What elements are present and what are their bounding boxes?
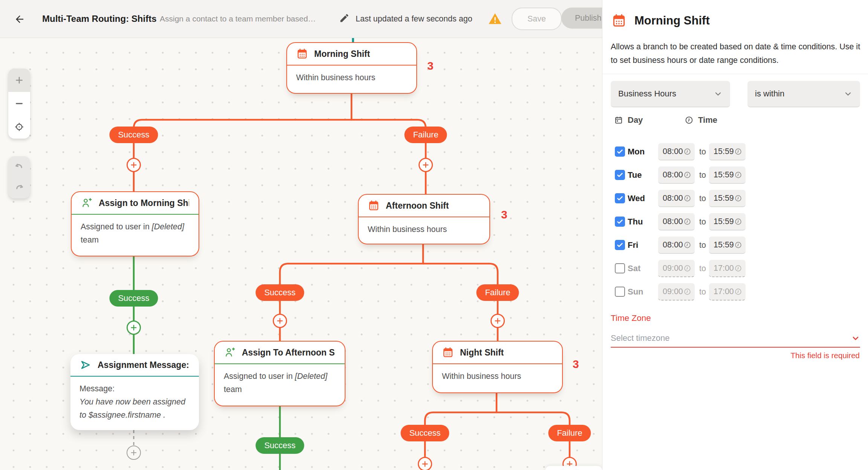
plus-icon xyxy=(422,161,429,169)
add-step-button[interactable] xyxy=(127,320,141,335)
end-time-input[interactable]: 15:59 xyxy=(709,166,746,184)
flow-canvas[interactable]: Morning Shift Within business hours 3 As… xyxy=(0,38,602,470)
node-assign-afternoon-shift[interactable]: Assign To Afternoon Shift Assigned to us… xyxy=(214,341,345,406)
edit-pencil-icon[interactable] xyxy=(339,13,350,24)
field-select-value: Business Hours xyxy=(618,89,676,99)
day-checkbox[interactable] xyxy=(615,240,625,250)
start-time-input[interactable]: 08:00 xyxy=(658,213,695,230)
node-night-shift[interactable]: Night Shift Within business hours xyxy=(432,341,563,393)
start-time-input[interactable]: 08:00 xyxy=(658,237,695,254)
node-assignment-message[interactable]: Assignment Message: ... Message: You hav… xyxy=(70,354,199,430)
end-time-value: 15:59 xyxy=(714,194,734,203)
day-row-thu: Thu 08:00 to 15:59 xyxy=(602,213,868,230)
zoom-in-button[interactable] xyxy=(8,69,30,92)
node-condition-text: Within business hours xyxy=(433,364,562,383)
page-subtitle: Assign a contact to a team member based… xyxy=(160,0,316,38)
save-button[interactable]: Save xyxy=(512,8,562,30)
assign-user-icon xyxy=(81,197,92,209)
calendar-icon xyxy=(612,14,626,28)
branch-badge-success: Success xyxy=(255,437,304,454)
node-condition-text: Within business hours xyxy=(287,66,416,84)
clock-icon xyxy=(685,116,694,125)
start-time-value: 08:00 xyxy=(663,240,683,250)
start-time-input[interactable]: 08:00 xyxy=(658,190,695,207)
day-label: Thu xyxy=(628,213,643,230)
start-time-value: 08:00 xyxy=(663,217,683,226)
back-button[interactable] xyxy=(13,12,26,26)
day-checkbox[interactable] xyxy=(615,217,625,227)
node-title: Night Shift xyxy=(460,348,504,358)
plus-icon xyxy=(14,75,24,85)
node-assignment-text: Assigned to user in [Deleted] team xyxy=(215,364,345,396)
undo-button[interactable] xyxy=(8,156,30,177)
chevron-down-icon xyxy=(851,334,860,343)
redo-button[interactable] xyxy=(8,177,30,198)
warning-icon[interactable] xyxy=(487,11,503,26)
end-time-input[interactable]: 15:59 xyxy=(709,213,746,230)
day-checkbox[interactable] xyxy=(615,263,625,273)
calendar-icon xyxy=(296,48,308,60)
deleted-team-text: [Deleted] xyxy=(295,372,327,381)
day-checkbox[interactable] xyxy=(615,170,625,180)
clock-icon xyxy=(683,241,691,249)
clock-icon xyxy=(734,171,742,179)
start-time-value: 08:00 xyxy=(663,170,683,180)
end-time-input[interactable]: 17:00 xyxy=(709,260,746,277)
to-label: to xyxy=(697,260,708,277)
node-condition-text: Within business hours xyxy=(359,217,489,236)
deleted-team-text: [Deleted] xyxy=(152,222,184,231)
node-morning-shift[interactable]: Morning Shift Within business hours xyxy=(286,42,417,94)
time-column-label: Time xyxy=(698,115,717,125)
plus-icon xyxy=(276,317,284,325)
day-label: Sun xyxy=(628,283,643,301)
timezone-placeholder: Select timezone xyxy=(611,333,670,343)
day-checkbox[interactable] xyxy=(615,193,625,203)
field-select[interactable]: Business Hours xyxy=(611,81,730,107)
node-afternoon-shift[interactable]: Afternoon Shift Within business hours xyxy=(358,194,490,244)
timezone-label: Time Zone xyxy=(611,313,651,323)
start-time-input[interactable]: 09:00 xyxy=(658,260,695,277)
start-time-input[interactable]: 09:00 xyxy=(658,283,695,301)
branch-count-night: 3 xyxy=(573,358,579,371)
day-label: Mon xyxy=(628,143,645,160)
add-step-button[interactable] xyxy=(418,457,432,470)
day-column-label: Day xyxy=(628,115,643,125)
end-time-value: 15:59 xyxy=(714,147,734,156)
node-title: Assign To Afternoon Shift xyxy=(242,348,335,358)
recenter-button[interactable] xyxy=(8,115,30,139)
clock-icon xyxy=(734,218,742,226)
end-time-input[interactable]: 17:00 xyxy=(709,283,746,301)
end-time-input[interactable]: 15:59 xyxy=(709,237,746,254)
branch-count-morning: 3 xyxy=(427,60,434,72)
add-step-button[interactable] xyxy=(419,158,433,172)
add-step-button[interactable] xyxy=(127,446,141,460)
chevron-down-icon xyxy=(844,89,853,98)
plus-icon xyxy=(494,317,501,325)
to-label: to xyxy=(697,166,708,184)
add-step-button[interactable] xyxy=(273,314,287,328)
day-checkbox[interactable] xyxy=(615,287,625,297)
start-time-value: 08:00 xyxy=(663,194,683,203)
timezone-select[interactable]: Select timezone xyxy=(611,330,860,346)
node-assign-morning-shift[interactable]: Assign to Morning Shift Assigned to user… xyxy=(71,191,199,256)
clock-icon xyxy=(734,148,742,156)
timezone-required-error: This field is required xyxy=(791,351,860,360)
end-time-input[interactable]: 15:59 xyxy=(709,190,746,207)
arrow-left-icon xyxy=(14,14,25,25)
day-column-header: Day xyxy=(614,115,643,125)
plus-icon xyxy=(130,161,138,169)
day-checkbox[interactable] xyxy=(615,146,625,157)
redo-icon xyxy=(14,183,24,193)
branch-badge-success: Success xyxy=(109,290,158,307)
operator-select[interactable]: is within xyxy=(747,81,860,107)
node-title: Morning Shift xyxy=(314,49,370,59)
end-time-value: 15:59 xyxy=(714,217,734,226)
zoom-out-button[interactable] xyxy=(8,92,30,115)
clock-icon xyxy=(683,264,691,272)
end-time-input[interactable]: 15:59 xyxy=(709,143,746,160)
day-row-sun: Sun 09:00 to 17:00 xyxy=(602,283,868,301)
add-step-button[interactable] xyxy=(127,158,141,172)
start-time-input[interactable]: 08:00 xyxy=(658,143,695,160)
add-step-button[interactable] xyxy=(491,314,505,328)
start-time-input[interactable]: 08:00 xyxy=(658,166,695,184)
